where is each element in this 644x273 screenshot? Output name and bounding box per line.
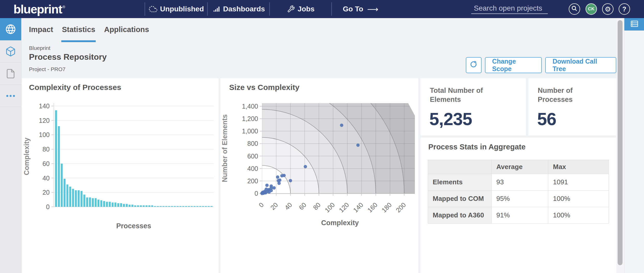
bar[interactable] (202, 206, 204, 207)
scatter-point[interactable] (340, 124, 343, 127)
tab-statistics[interactable]: Statistics (62, 24, 95, 35)
bar[interactable] (86, 198, 88, 207)
x-axis-title: Processes (116, 222, 151, 230)
bar[interactable] (196, 206, 198, 207)
scatter-point[interactable] (272, 186, 276, 189)
bar[interactable] (103, 201, 105, 207)
bar[interactable] (185, 206, 187, 207)
bar[interactable] (123, 204, 125, 207)
panel-list-icon (630, 19, 639, 29)
bar[interactable] (160, 206, 162, 207)
svg-text:20: 20 (269, 201, 279, 211)
bar[interactable] (134, 205, 136, 207)
bar[interactable] (137, 205, 139, 207)
bar[interactable] (78, 190, 80, 207)
bar[interactable] (55, 110, 57, 207)
scatter-point[interactable] (289, 179, 292, 182)
bar[interactable] (95, 198, 97, 207)
scatter-point[interactable] (304, 165, 307, 168)
bar[interactable] (100, 200, 102, 207)
bar[interactable] (69, 187, 71, 207)
bar[interactable] (162, 206, 164, 207)
bar[interactable] (148, 205, 151, 207)
bar[interactable] (177, 206, 179, 207)
bar[interactable] (171, 206, 173, 207)
bar[interactable] (165, 206, 167, 207)
bar[interactable] (131, 205, 133, 207)
bar[interactable] (117, 203, 119, 207)
scatter-point[interactable] (282, 174, 286, 177)
bar[interactable] (120, 203, 122, 207)
bar[interactable] (168, 206, 170, 207)
bar[interactable] (179, 206, 182, 207)
nav-item-dashboards[interactable]: Dashboards (208, 0, 270, 18)
help-button[interactable]: ? (619, 3, 630, 15)
bar[interactable] (143, 205, 145, 207)
bar[interactable] (151, 205, 153, 207)
scatter-point[interactable] (265, 184, 269, 187)
bar[interactable] (80, 191, 83, 207)
total-elements-card: Total Number of Elements 5,235 (421, 78, 526, 135)
scatter-point[interactable] (260, 192, 264, 195)
bar[interactable] (157, 206, 159, 207)
tab-label: Impact (29, 25, 53, 34)
sidebar-item-more[interactable] (0, 85, 21, 107)
tab-impact[interactable]: Impact (29, 24, 53, 35)
bar[interactable] (146, 205, 148, 207)
bar[interactable] (129, 205, 131, 207)
tab-applications[interactable]: Applications (104, 24, 149, 35)
refresh-button[interactable] (466, 57, 482, 73)
bar[interactable] (126, 204, 128, 207)
bar[interactable] (211, 206, 213, 207)
sidebar-item-explore[interactable] (0, 18, 21, 40)
bar[interactable] (92, 198, 94, 207)
bar[interactable] (154, 206, 156, 207)
bar[interactable] (208, 206, 210, 207)
scatter-point[interactable] (278, 181, 281, 185)
change-scope-button[interactable]: Change Scope (485, 57, 542, 73)
sidebar-item-documents[interactable] (0, 63, 21, 85)
settings-button[interactable]: ⚙ (602, 3, 613, 15)
scatter-point[interactable] (356, 143, 360, 147)
bar[interactable] (194, 206, 196, 207)
scatter-point[interactable] (278, 178, 281, 182)
bar[interactable] (115, 202, 117, 207)
download-call-tree-button[interactable]: Download Call Tree (545, 57, 616, 73)
bar[interactable] (61, 164, 63, 207)
globe-icon (5, 24, 16, 35)
bar[interactable] (83, 195, 85, 207)
breadcrumb[interactable]: Blueprint (29, 45, 50, 51)
search-button[interactable] (569, 3, 580, 15)
vertical-scrollbar-thumb[interactable] (618, 20, 623, 265)
bar[interactable] (188, 206, 190, 207)
bar[interactable] (58, 126, 60, 207)
bar[interactable] (98, 200, 100, 207)
bar[interactable] (174, 206, 176, 207)
nav-item-go-to[interactable]: Go To⟶ (332, 0, 389, 18)
scatter-point[interactable] (276, 175, 279, 179)
bar[interactable] (191, 206, 193, 207)
scatter-point[interactable] (267, 190, 271, 194)
sidebar-item-models[interactable] (0, 40, 21, 63)
right-rail-panel-button[interactable] (624, 18, 644, 31)
bar[interactable] (199, 206, 201, 207)
bar[interactable] (112, 202, 114, 207)
bar[interactable] (106, 202, 108, 207)
vertical-scrollbar-track[interactable] (616, 18, 624, 273)
bar[interactable] (182, 206, 184, 207)
bar[interactable] (66, 185, 69, 207)
bar[interactable] (89, 198, 91, 207)
bar[interactable] (140, 205, 142, 207)
bar[interactable] (72, 189, 74, 207)
bar[interactable] (64, 179, 66, 207)
bar[interactable] (75, 190, 77, 207)
avatar-initials: CK (588, 6, 595, 12)
app-logo[interactable]: blueprint ® (13, 0, 65, 18)
nav-item-unpublished[interactable]: Unpublished (145, 0, 208, 18)
user-avatar[interactable]: CK (586, 3, 597, 15)
bar[interactable] (109, 202, 111, 207)
nav-item-jobs[interactable]: Jobs (270, 0, 332, 18)
bar[interactable] (205, 206, 207, 207)
table-row: Mapped to A36091%100% (428, 207, 609, 224)
search-input[interactable] (471, 3, 548, 14)
